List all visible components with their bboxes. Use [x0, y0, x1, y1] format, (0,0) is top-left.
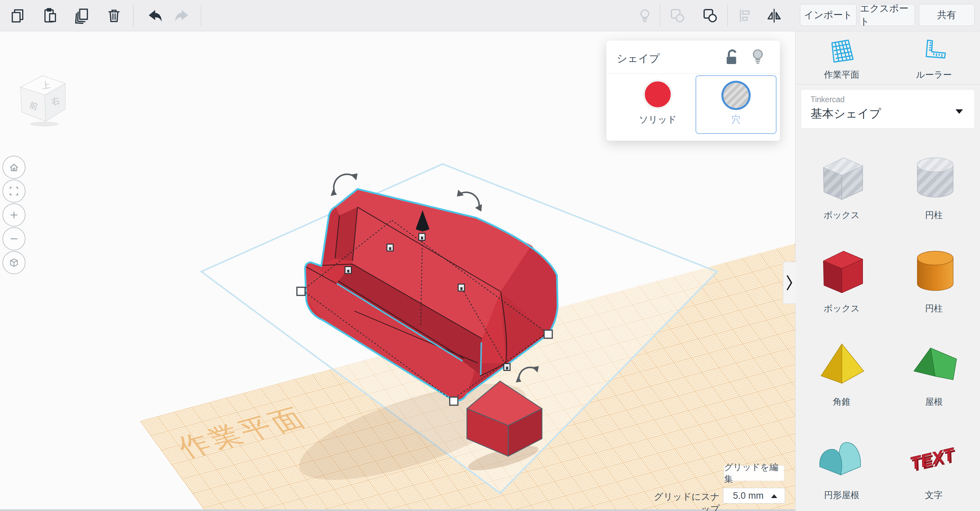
- chevron-right-icon: [785, 273, 794, 293]
- align-icon: [737, 7, 754, 24]
- pyramid-thumb: [813, 335, 871, 393]
- snap-grid-value: 5.0 mm: [733, 490, 764, 501]
- mirror-icon: [765, 7, 783, 24]
- edit-grid-button[interactable]: グリッドを編集: [724, 465, 784, 481]
- lock-button[interactable]: [725, 50, 740, 67]
- toolbar-separator: [201, 5, 202, 27]
- lightbulb-icon: [636, 7, 653, 24]
- box-striped-thumb: [813, 149, 871, 206]
- view-cube[interactable]: 上 前 右: [13, 73, 74, 128]
- shape-tile-cylinder-hole[interactable]: 円柱: [888, 149, 980, 242]
- shape-collection-dropdown[interactable]: Tinkercad 基本シェイプ: [801, 89, 975, 129]
- align-button[interactable]: [736, 5, 756, 26]
- perspective-icon: [8, 257, 20, 269]
- zoom-out-button[interactable]: [2, 227, 25, 251]
- export-button[interactable]: エクスポート: [859, 4, 915, 26]
- import-button[interactable]: インポート: [800, 4, 856, 26]
- popup-title: シェイプ: [617, 51, 660, 66]
- view-nav-column: [2, 156, 25, 275]
- roof-thumb: [905, 335, 963, 393]
- shape-tile-box[interactable]: ボックス: [795, 242, 888, 335]
- delete-button[interactable]: [104, 5, 124, 26]
- top-toolbar: インポート エクスポート 共有: [0, 0, 980, 31]
- round-roof-thumb: [813, 428, 871, 487]
- snap-to-grid-label: グリッドにスナップ: [645, 490, 720, 511]
- solid-option[interactable]: ソリッド: [636, 80, 680, 126]
- shape-tile-text[interactable]: TEXT TEXT 文字: [888, 428, 980, 511]
- fit-view-icon: [8, 185, 20, 197]
- toolbar-separator: [133, 5, 134, 27]
- ruler-tool-label: ルーラー: [888, 69, 980, 81]
- shape-library-panel: 作業平面 ルーラー Tinkercad 基本シェイプ: [795, 31, 980, 511]
- ruler-icon: [920, 38, 949, 65]
- duplicate-icon: [73, 7, 90, 24]
- fit-view-button[interactable]: [2, 179, 25, 203]
- solid-label: ソリッド: [636, 113, 680, 126]
- redo-icon: [175, 7, 193, 24]
- shape-tile-round-roof[interactable]: 円形屋根: [795, 428, 888, 511]
- zoom-in-icon: [8, 209, 20, 221]
- paste-icon: [41, 7, 59, 24]
- shape-inspector-popup: シェイプ ソリッド: [606, 40, 780, 141]
- panel-divider: [795, 84, 980, 85]
- ungroup-button[interactable]: [700, 5, 720, 26]
- panel-collapse-tab[interactable]: [783, 262, 795, 304]
- hole-label: 穴: [696, 113, 776, 126]
- collection-brand: Tinkercad: [811, 95, 845, 104]
- shape-gallery: ボックス 円柱 ボックス: [795, 149, 980, 511]
- ruler-tool[interactable]: ルーラー: [888, 31, 980, 84]
- ungroup-icon: [701, 7, 719, 24]
- perspective-toggle-button[interactable]: [2, 251, 25, 274]
- zoom-in-button[interactable]: [2, 203, 25, 227]
- home-view-button[interactable]: [2, 156, 25, 179]
- bulb-icon: [751, 49, 765, 66]
- hole-swatch: [721, 81, 751, 110]
- group-icon: [669, 7, 686, 24]
- zoom-out-icon: [8, 233, 20, 245]
- cylinder-orange-thumb: [905, 242, 963, 300]
- duplicate-button[interactable]: [72, 5, 91, 26]
- shape-tile-box-hole[interactable]: ボックス: [795, 149, 888, 242]
- undo-icon: [144, 7, 162, 24]
- trash-icon: [105, 7, 123, 24]
- shape-tile-roof[interactable]: 屋根: [888, 335, 980, 428]
- toolbar-separator: [727, 5, 728, 27]
- solid-swatch: [643, 80, 672, 109]
- view-cube-top-label[interactable]: 上: [41, 80, 51, 91]
- undo-button[interactable]: [143, 5, 163, 26]
- mirror-button[interactable]: [764, 5, 784, 26]
- snap-grid-select[interactable]: 5.0 mm: [723, 488, 785, 503]
- chevron-down-icon: [956, 109, 963, 114]
- group-button[interactable]: [668, 5, 687, 26]
- box-red-thumb: [813, 242, 871, 300]
- adjust-light-button[interactable]: [635, 5, 655, 26]
- copy-button[interactable]: [8, 5, 27, 26]
- text-thumb: TEXT TEXT: [905, 428, 963, 487]
- workplane-icon: [827, 38, 856, 65]
- share-button[interactable]: 共有: [919, 4, 975, 26]
- chevron-up-icon: [771, 494, 777, 498]
- collection-name: 基本シェイプ: [811, 106, 881, 121]
- workplane-tool[interactable]: 作業平面: [795, 31, 888, 84]
- toolbar-separator: [660, 5, 660, 27]
- cylinder-striped-thumb: [905, 149, 963, 206]
- hole-option-selected[interactable]: 穴: [695, 75, 776, 134]
- hide-shape-button[interactable]: [751, 49, 765, 67]
- redo-button[interactable]: [174, 5, 194, 26]
- paste-button[interactable]: [40, 5, 60, 26]
- shape-tile-cylinder[interactable]: 円柱: [888, 242, 980, 335]
- unlock-icon: [725, 50, 740, 66]
- home-icon: [8, 161, 20, 173]
- copy-icon: [9, 7, 26, 24]
- shape-tile-pyramid[interactable]: 角錐: [795, 335, 888, 428]
- popup-divider: [606, 73, 780, 73]
- workplane-tool-label: 作業平面: [795, 69, 888, 81]
